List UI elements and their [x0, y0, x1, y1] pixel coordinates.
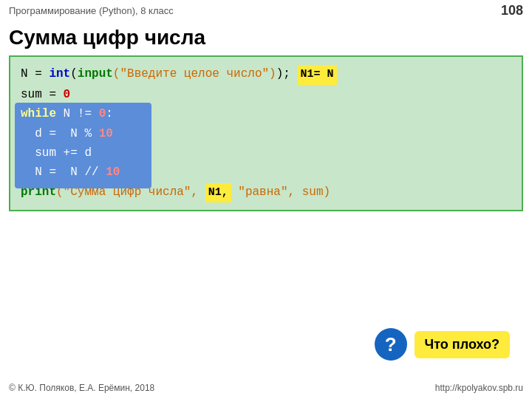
code-input-str: ("Введите целое число") [113, 67, 276, 81]
hint-text: Что плохо? [415, 331, 510, 358]
code-line1-rest: ); [276, 67, 298, 81]
footer-copyright: © К.Ю. Поляков, Е.А. Ерёмин, 2018 [9, 383, 154, 393]
badge-n1comma: N1, [205, 183, 231, 203]
code-line-3: while N != 0: [21, 104, 511, 123]
hint-box: ? Что плохо? [375, 328, 510, 361]
code-while-kw: while [21, 107, 56, 120]
code-line-5: sum += d [21, 143, 511, 163]
question-icon: ? [375, 328, 407, 361]
badge-n1n: N1= N [298, 65, 337, 85]
code-while-zero: 0 [99, 107, 106, 120]
code-line-4: d = N % 10 [21, 124, 511, 143]
code-while-colon: : [106, 107, 113, 120]
code-line-1: N = int(input("Введите целое число")); N… [21, 64, 511, 85]
footer: © К.Ю. Поляков, Е.А. Ерёмин, 2018 http:/… [0, 383, 532, 393]
code-n-assign: N = [21, 67, 49, 81]
header-course: Программирование (Python), 8 класс [9, 5, 174, 16]
code-int-kw: int [49, 67, 70, 81]
code-ten-2: 10 [106, 166, 120, 179]
code-line-6: N = N // 10 [21, 163, 511, 182]
code-input-fn: input [78, 67, 113, 81]
page-title: Сумма цифр числа [0, 21, 532, 55]
code-block: N = int(input("Введите целое число")); N… [9, 55, 523, 211]
code-sum-assign: sum = [21, 88, 64, 101]
code-n-floor: N = N // [21, 166, 106, 179]
header-page: 108 [501, 3, 523, 18]
code-while-cond: N != [56, 107, 99, 120]
footer-url: http://kpolyakov.spb.ru [435, 383, 523, 393]
code-open-paren: ( [70, 67, 78, 81]
code-zero: 0 [64, 88, 71, 101]
header: Программирование (Python), 8 класс 108 [0, 0, 532, 21]
code-sum-plus: sum += d [21, 146, 92, 160]
code-d-assign: d = N % [21, 127, 99, 140]
code-ten-1: 10 [99, 127, 113, 140]
code-print-str2: "равна", sum) [231, 185, 330, 199]
code-line-2: sum = 0 [21, 85, 511, 104]
